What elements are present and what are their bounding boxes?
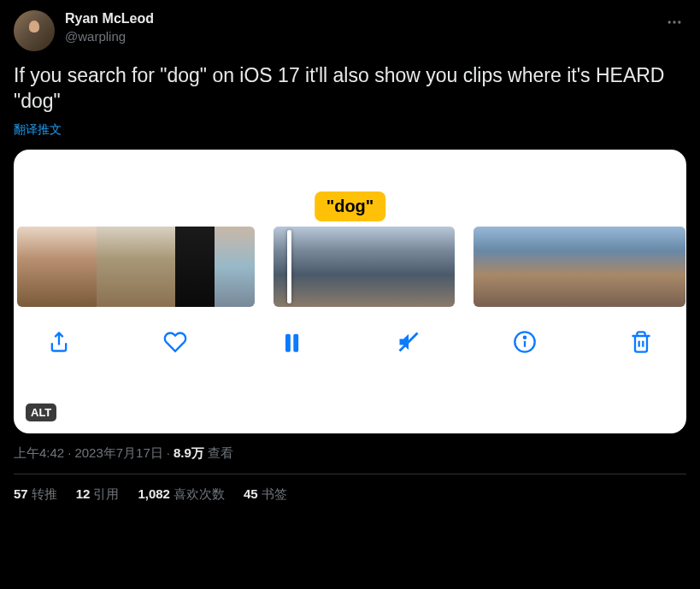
search-match-tag: "dog" bbox=[315, 191, 386, 221]
user-info[interactable]: Ryan McLeod @warpling bbox=[65, 10, 652, 44]
video-timeline[interactable] bbox=[14, 227, 686, 307]
quotes-count: 12 bbox=[76, 486, 91, 501]
clip-thumbnail bbox=[369, 227, 455, 307]
bookmarks-count: 45 bbox=[244, 486, 258, 501]
clip-thumbnail bbox=[274, 227, 284, 307]
retweets-stat[interactable]: 57转推 bbox=[14, 486, 57, 503]
retweets-label: 转推 bbox=[32, 486, 57, 501]
svg-rect-3 bbox=[285, 333, 291, 351]
media-header-area: "dog" bbox=[14, 150, 686, 227]
tweet-date[interactable]: 2023年7月17日 bbox=[74, 445, 162, 460]
clip-thumbnail bbox=[284, 227, 369, 307]
clip-thumbnail bbox=[474, 227, 509, 307]
share-button[interactable] bbox=[44, 327, 74, 356]
like-button[interactable] bbox=[161, 327, 190, 356]
svg-point-8 bbox=[524, 336, 526, 338]
tweet-time[interactable]: 上午4:42 bbox=[14, 445, 64, 460]
clip-thumbnail bbox=[136, 227, 175, 307]
pause-icon bbox=[279, 330, 303, 354]
clip-thumbnail bbox=[215, 227, 254, 307]
clip-thumbnail bbox=[650, 227, 685, 307]
alt-badge[interactable]: ALT bbox=[26, 403, 56, 421]
mute-icon bbox=[397, 330, 421, 354]
clip-thumbnail bbox=[544, 227, 579, 307]
delete-button[interactable] bbox=[626, 327, 656, 356]
likes-label: 喜欢次数 bbox=[174, 486, 225, 501]
tweet-text: If you search for "dog" on iOS 17 it'll … bbox=[14, 63, 686, 115]
clip-thumbnail bbox=[175, 227, 215, 307]
mute-button[interactable] bbox=[394, 327, 423, 356]
clip-thumbnail bbox=[615, 227, 650, 307]
share-icon bbox=[47, 330, 71, 354]
user-handle: @warpling bbox=[65, 28, 652, 45]
retweets-count: 57 bbox=[14, 486, 28, 501]
svg-point-2 bbox=[678, 21, 680, 23]
likes-count: 1,082 bbox=[138, 486, 170, 501]
more-options-button[interactable] bbox=[662, 10, 686, 38]
views-count[interactable]: 8.9万 bbox=[174, 445, 204, 460]
tweet-container: Ryan McLeod @warpling If you search for … bbox=[0, 0, 700, 513]
likes-stat[interactable]: 1,082喜欢次数 bbox=[138, 486, 225, 503]
display-name: Ryan McLeod bbox=[65, 10, 652, 28]
heart-icon bbox=[163, 330, 187, 354]
clip-group[interactable] bbox=[17, 227, 255, 307]
tweet-meta: 上午4:42·2023年7月17日·8.9万 查看 bbox=[14, 445, 686, 474]
views-label: 查看 bbox=[208, 445, 233, 460]
media-toolbar bbox=[14, 307, 686, 356]
info-button[interactable] bbox=[510, 327, 539, 356]
svg-point-0 bbox=[668, 21, 671, 23]
clip-thumbnail bbox=[17, 227, 56, 307]
bookmarks-stat[interactable]: 45书签 bbox=[244, 486, 287, 503]
avatar[interactable] bbox=[14, 10, 55, 51]
clip-thumbnail bbox=[579, 227, 615, 307]
media-attachment[interactable]: "dog" bbox=[14, 150, 686, 433]
more-icon bbox=[666, 14, 683, 31]
trash-icon bbox=[629, 330, 653, 354]
info-icon bbox=[513, 330, 537, 354]
clip-thumbnail bbox=[56, 227, 96, 307]
playhead[interactable] bbox=[287, 230, 291, 303]
quotes-label: 引用 bbox=[93, 486, 119, 501]
tweet-stats: 57转推 12引用 1,082喜欢次数 45书签 bbox=[14, 474, 686, 503]
pause-button[interactable] bbox=[277, 327, 306, 356]
clip-group-active[interactable] bbox=[274, 227, 455, 307]
quotes-stat[interactable]: 12引用 bbox=[76, 486, 120, 503]
translate-link[interactable]: 翻译推文 bbox=[14, 122, 62, 138]
clip-thumbnail bbox=[509, 227, 544, 307]
tweet-header: Ryan McLeod @warpling bbox=[14, 10, 686, 51]
clip-thumbnail bbox=[97, 227, 136, 307]
clip-group[interactable] bbox=[474, 227, 685, 307]
svg-point-1 bbox=[673, 21, 675, 23]
bookmarks-label: 书签 bbox=[262, 486, 287, 501]
svg-rect-4 bbox=[294, 333, 299, 351]
